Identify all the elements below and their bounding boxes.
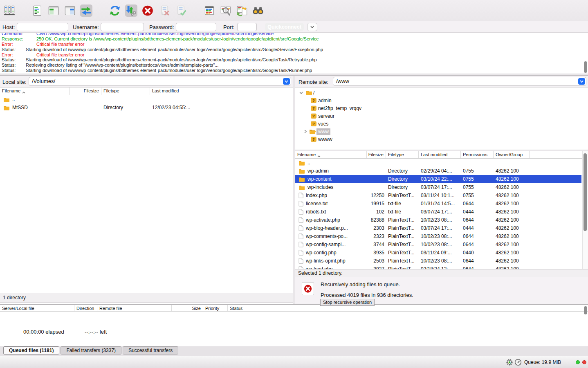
log-line-type: Command: [2,33,36,36]
remote-list-scrollbar-thumb[interactable] [584,153,587,231]
remote-file-row[interactable]: wp-links-opml.php2503PlainTextT...10/02/… [295,257,581,265]
queue-scrollbar-thumb[interactable] [584,306,587,314]
remote-file-row[interactable]: wp-includesDirectory03/07/24 17:...07554… [295,183,581,191]
host-input[interactable] [17,23,68,31]
tab-queued-files[interactable]: Queued files (1181) [3,346,59,355]
cancel-operation-icon[interactable] [141,4,154,17]
cell-text: txt-file [388,201,401,206]
log-scrollbar-thumb[interactable] [584,61,587,73]
remote-file-row[interactable]: index.php12250PlainTextT...03/11/24 10:1… [295,191,581,200]
find-files-icon[interactable] [252,4,264,17]
remote-file-row[interactable]: license.txt19915txt-file01/31/24 14:5...… [295,200,581,208]
column-header-filetype[interactable]: Filetype [101,88,150,95]
cell-text: wp-config-sampl... [306,242,346,247]
remote-file-row[interactable]: wp-load.php3927PlainTextT...02/18/24 12:… [295,265,581,269]
tree-item-admin[interactable]: ?admin [295,96,588,104]
tree-item-www[interactable]: www [295,128,588,135]
cell-modified: 01/31/24 14:5... [419,200,461,208]
cell-perm: 0755 [461,167,494,175]
column-header-label: Priority [205,306,219,311]
cell-text: 48262 100 [496,225,519,231]
remote-list-header[interactable]: FilenameFilesizeFiletypeLast modifiedPer… [295,151,588,159]
remote-status-text: Selected 1 directory. [298,270,343,276]
toggle-transfer-queue-icon[interactable] [80,4,92,17]
cell-modified: 10/02/23 08:... [419,232,461,240]
directory-comparison-icon[interactable] [220,4,232,17]
quickconnect-button[interactable]: Quickconnect [265,23,304,31]
port-input[interactable] [237,23,257,31]
remote-file-row[interactable]: .. [295,159,581,167]
tree-collapse-icon[interactable] [299,92,303,94]
column-header-server-local-file[interactable]: Server/Local file [0,305,74,311]
speed-limits-icon[interactable] [514,359,522,366]
tab-successful-transfers[interactable]: Successful transfers [123,346,178,355]
cell-text: Directory [388,176,408,182]
site-manager-icon[interactable] [3,4,16,17]
cell-owner: 48262 100 [494,240,530,249]
column-header-remote-file[interactable]: Remote file [97,305,172,311]
column-header-filename[interactable]: Filename [0,88,70,95]
tree-expand-icon[interactable] [304,130,308,133]
disconnect-icon[interactable] [159,4,171,17]
local-site-combo-button[interactable] [283,78,290,85]
remote-file-row[interactable]: wp-comments-po...2323PlainTextT...10/02/… [295,232,581,240]
cell-text: wp-includes [307,184,333,190]
directory-listing-filters-icon[interactable] [203,4,215,17]
column-header-permissions[interactable]: Permissions [461,151,494,158]
log-line-type: Response: [2,36,36,42]
file-icon [298,201,303,206]
local-file-row[interactable]: MtSSDDirectory12/02/23 04:55:... [0,103,293,112]
remote-site-combo-button[interactable] [578,78,585,85]
toggle-log-icon[interactable] [31,4,43,17]
chevron-down-icon [580,80,584,83]
remote-file-row[interactable]: wp-contentDirectory03/10/24 22:...075548… [295,175,581,183]
remote-file-row[interactable]: wp-activate.php82388PlainTextT...10/02/2… [295,216,581,224]
toggle-local-tree-icon[interactable] [47,4,60,17]
column-header-status[interactable]: Status [228,305,284,311]
log-line-type: Status: [2,68,26,73]
tree-item-wwww[interactable]: ?wwww [295,135,588,143]
column-header-owner-group[interactable]: Owner/Group [494,151,530,158]
column-header-filename[interactable]: Filename [295,151,367,158]
remote-file-row[interactable]: wp-blog-header.p...2303PlainTextT...03/0… [295,224,581,232]
password-input[interactable] [176,23,216,31]
tree-item-net2ftp-temp-vrqqv[interactable]: ?net2ftp_temp_vrqqv [295,104,588,112]
cell-text: 0644 [463,233,474,239]
toggle-remote-tree-icon[interactable] [64,4,76,17]
synchronized-browsing-icon[interactable] [236,4,248,17]
remote-file-row[interactable]: wp-config-sampl...3744PlainTextT...10/02… [295,240,581,249]
process-queue-icon[interactable] [125,4,137,17]
tab-failed-transfers[interactable]: Failed transfers (3337) [61,346,121,355]
column-header-filetype[interactable]: Filetype [386,151,419,158]
local-site-combo[interactable]: /Volumes/ [29,77,291,86]
remote-file-row[interactable]: wp-config.php3935PlainTextT...03/11/24 0… [295,249,581,257]
cell-text: 0755 [463,193,474,198]
remote-site-combo[interactable]: /www [333,77,586,86]
cell-modified: 12/02/23 04:55:... [150,103,199,112]
refresh-icon[interactable] [109,4,121,17]
local-file-row[interactable]: .. [0,95,293,103]
tree-item-vues[interactable]: ?vues [295,120,588,128]
column-header-direction[interactable]: Direction [74,305,97,311]
column-header-last-modified[interactable]: Last modified [150,88,199,95]
local-list-header[interactable]: FilenameFilesizeFiletypeLast modified [0,88,293,95]
log-line: Status:Starting download of /www/wp-cont… [2,57,582,63]
cell-type: PlainTextT... [386,249,419,257]
remote-file-row[interactable]: robots.txt102txt-file03/07/24 17:...0444… [295,208,581,216]
reconnect-icon[interactable] [175,4,187,17]
column-header-filesize[interactable]: Filesize [367,151,386,158]
column-header-size[interactable]: Size [172,305,203,311]
stop-recursive-button[interactable] [302,282,314,295]
quickconnect-dropdown-button[interactable] [307,23,317,31]
tree-item-serveur[interactable]: ?serveur [295,112,588,120]
queue-header[interactable]: Server/Local fileDirectionRemote fileSiz… [0,305,588,312]
cell-type: Directory [101,103,150,112]
remote-file-row[interactable]: wp-adminDirectory02/29/24 04:...07554826… [295,167,581,175]
column-header-filesize[interactable]: Filesize [70,88,101,95]
column-header-last-modified[interactable]: Last modified [419,151,461,158]
cell-modified: 03/11/24 09:... [419,249,461,257]
transfer-mode-auto-icon[interactable]: A [506,359,513,366]
column-header-priority[interactable]: Priority [203,305,228,311]
username-input[interactable] [101,23,144,31]
tree-item--[interactable]: / [295,89,588,96]
